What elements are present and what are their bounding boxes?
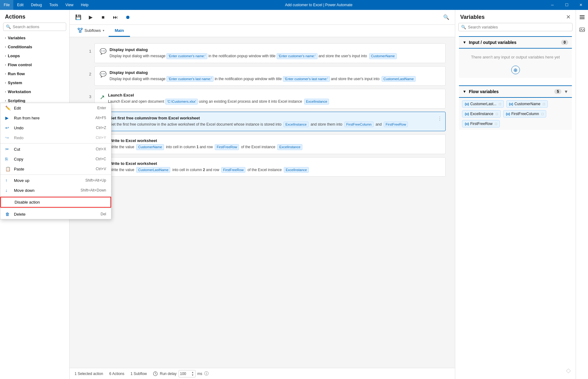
ctx-cut[interactable]: ✂ Cut Ctrl+X [0, 144, 111, 154]
ctx-paste[interactable]: 📋 Paste Ctrl+V [0, 164, 111, 174]
menu-view[interactable]: View [62, 0, 77, 10]
svg-rect-1 [81, 28, 82, 29]
group-system[interactable]: › System [0, 78, 69, 87]
add-io-variable-button[interactable]: ⊕ [511, 66, 520, 74]
step-card-3[interactable]: ↗ Launch Excel Launch Excel and open doc… [94, 89, 446, 109]
close-button[interactable]: ✕ [574, 0, 588, 10]
step-card-4[interactable]: 📊 Get first free column/row from Excel w… [94, 112, 446, 131]
record-button[interactable]: ⏺ [123, 12, 133, 22]
variables-header: Variables [460, 14, 485, 20]
var-name-customername: CustomerName [514, 102, 540, 106]
menu-help[interactable]: Help [77, 0, 92, 10]
app-body: Actions 🔍 › Variables › Conditionals › L… [0, 10, 588, 379]
copy-icon: ⎘ [5, 157, 11, 162]
sidebar-icon-1[interactable] [577, 12, 587, 22]
save-button[interactable]: 💾 [73, 12, 83, 22]
chevron-icon: › [5, 99, 6, 102]
maximize-button[interactable]: ☐ [560, 0, 574, 10]
filter-icon[interactable]: ▼ [564, 89, 568, 94]
var-icon: (x) [509, 102, 513, 106]
flow-var-excelinstance[interactable]: (x) ExcelInstance □ [462, 110, 501, 118]
step-card-5[interactable]: 📊 Write to Excel worksheet Write the val… [94, 134, 446, 154]
delay-spinner[interactable]: ▲▼ [192, 371, 194, 377]
step-title-5: Write to Excel worksheet [110, 138, 302, 143]
flow-var-firstfreecolumn[interactable]: (x) FirstFreeColumn □ [503, 110, 546, 118]
group-workstation[interactable]: › Workstation [0, 87, 69, 96]
flow-var-customername[interactable]: (x) CustomerName □ [506, 100, 548, 108]
ctx-run-from-here[interactable]: ▶ Run from here Alt+F5 [0, 113, 111, 123]
io-section-header[interactable]: ▼ Input / output variables 0 [459, 37, 572, 48]
app-title: Add customer to Excel | Power Automate [92, 3, 545, 7]
close-variables-button[interactable]: ✕ [566, 14, 571, 20]
group-run-flow-label: Run flow [8, 71, 25, 76]
step-number-1: 1 [79, 43, 91, 54]
menu-debug[interactable]: Debug [27, 0, 45, 10]
ctx-edit[interactable]: ✏️ Edit Enter [0, 103, 111, 113]
main-tab[interactable]: Main [109, 25, 130, 37]
bottom-area: ◇ [455, 132, 576, 379]
variables-search-box[interactable]: 🔍 [458, 23, 573, 31]
menu-edit[interactable]: Edit [13, 0, 27, 10]
ctx-move-up[interactable]: ↑ Move up Shift+Alt+Up [0, 175, 111, 185]
delay-unit: ms [197, 372, 202, 376]
step-desc-4: Get the first free column/row in the act… [110, 122, 440, 127]
subflows-tab[interactable]: Subflows ▾ [73, 25, 109, 37]
step-more-btn[interactable]: ⋮ [437, 116, 442, 122]
total-actions-count: 6 Actions [109, 372, 124, 376]
search-actions-input[interactable] [13, 24, 63, 29]
sidebar-icon-2[interactable] [577, 25, 587, 35]
flow-var-firstfreerow[interactable]: (x) FirstFreeRow □ [462, 120, 500, 127]
step-title-1: Display input dialog [110, 47, 397, 52]
flow-step-4: 4 📊 Get first free column/row from Excel… [79, 112, 446, 131]
ctx-copy[interactable]: ⎘ Copy Ctrl+C [0, 154, 111, 164]
ctx-copy-label: Copy [14, 157, 23, 162]
group-conditionals-label: Conditionals [8, 45, 32, 49]
menu-bar[interactable]: File Edit Debug Tools View Help [0, 0, 92, 10]
play-button[interactable]: ▶ [86, 12, 96, 22]
var-badge-customerlastname: CustomerLastName [382, 76, 416, 82]
chevron-icon: › [5, 36, 6, 40]
menu-file[interactable]: File [0, 0, 13, 10]
separator-1 [0, 143, 111, 144]
ctx-undo[interactable]: ↩ Undo Ctrl+Z [0, 123, 111, 133]
actions-search-box[interactable]: 🔍 [3, 23, 66, 31]
step-card-1[interactable]: 💬 Display input dialog Display input dia… [94, 43, 446, 63]
stop-button[interactable]: ■ [98, 12, 108, 22]
search-button[interactable]: 🔍 [441, 12, 451, 22]
edit-icon: ✏️ [5, 106, 11, 110]
var-name-firstfreerow: FirstFreeRow [470, 122, 492, 126]
group-conditionals[interactable]: › Conditionals [0, 42, 69, 51]
var-badge: 'Enter customer's name:' [277, 53, 318, 59]
run-delay-input[interactable]: 100 ▲▼ [179, 370, 196, 377]
group-run-flow[interactable]: › Run flow [0, 69, 69, 78]
ctx-move-up-label: Move up [14, 178, 29, 183]
flow-var-customerlast[interactable]: (x) CustomerLast... □ [462, 100, 504, 108]
ctx-run-shortcut: Alt+F5 [95, 116, 106, 120]
var-badge: CustomerLastName [136, 167, 170, 173]
flow-section-header[interactable]: ▼ Flow variables 5 ▼ [459, 86, 572, 97]
step-card-2[interactable]: 💬 Display input dialog Display input dia… [94, 66, 446, 86]
step-card-6[interactable]: 📊 Write to Excel worksheet Write the val… [94, 157, 446, 177]
search-variables-input[interactable] [468, 25, 570, 29]
info-icon: ⓘ [204, 371, 209, 377]
ctx-redo-label: Redo [14, 136, 24, 140]
ctx-delete[interactable]: 🗑 Delete Del [0, 209, 111, 219]
ctx-move-down[interactable]: ↓ Move down Shift+Alt+Down [0, 185, 111, 195]
minimize-button[interactable]: ─ [545, 0, 560, 10]
flow-step-1: 1 💬 Display input dialog Display input d… [79, 43, 446, 63]
ctx-paste-shortcut: Ctrl+V [96, 167, 106, 171]
group-loops[interactable]: › Loops [0, 51, 69, 60]
ctx-move-down-shortcut: Shift+Alt+Down [80, 188, 106, 192]
group-flow-control[interactable]: › Flow control [0, 60, 69, 69]
title-bar: File Edit Debug Tools View Help Add cust… [0, 0, 588, 10]
ctx-redo[interactable]: ↪ Redo Ctrl+Y [0, 133, 111, 143]
step-button[interactable]: ⏭ [110, 12, 120, 22]
step-title-6: Write to Excel worksheet [110, 161, 309, 166]
delete-icon: 🗑 [5, 212, 11, 217]
window-controls[interactable]: ─ ☐ ✕ [545, 0, 588, 10]
chevron-icon: › [5, 63, 6, 67]
menu-tools[interactable]: Tools [45, 0, 62, 10]
ctx-disable-action[interactable]: Disable action [0, 197, 111, 208]
group-variables[interactable]: › Variables [0, 33, 69, 42]
svg-rect-0 [78, 28, 80, 29]
